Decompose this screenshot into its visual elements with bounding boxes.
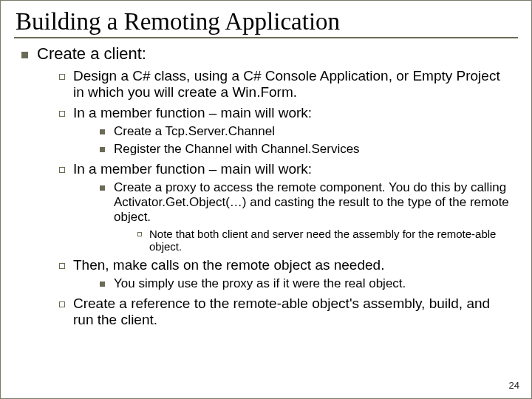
list-level-2: Design a C# class, using a C# Console Ap… bbox=[37, 68, 511, 328]
page-number: 24 bbox=[509, 380, 519, 391]
hollow-square-bullet-icon bbox=[137, 232, 142, 236]
square-bullet-icon bbox=[21, 52, 28, 58]
list-item: Then, make calls on the remote object as… bbox=[59, 257, 511, 291]
list-level-1: Create a client: Design a C# class, usin… bbox=[21, 44, 511, 328]
square-bullet-icon bbox=[100, 282, 105, 287]
list-item: Note that both client and server need th… bbox=[137, 228, 511, 253]
list-item-text: Create a proxy to access the remote comp… bbox=[114, 180, 509, 224]
list-level-3: You simply use the proxy as if it were t… bbox=[73, 276, 511, 291]
square-bullet-icon bbox=[100, 185, 105, 191]
list-item-text: Note that both client and server need th… bbox=[149, 228, 511, 253]
hollow-square-bullet-icon bbox=[59, 111, 65, 117]
slide-title: Building a Remoting Application bbox=[1, 1, 531, 37]
list-level-3: Create a Tcp.Server.Channel Register the… bbox=[73, 124, 511, 157]
list-item-text: Design a C# class, using a C# Console Ap… bbox=[73, 68, 511, 100]
list-item: Create a reference to the remote-able ob… bbox=[59, 296, 511, 328]
list-level-4: Note that both client and server need th… bbox=[114, 228, 511, 253]
list-item: In a member function – main will work: C… bbox=[59, 161, 511, 253]
hollow-square-bullet-icon bbox=[59, 263, 65, 269]
square-bullet-icon bbox=[100, 147, 105, 152]
slide: Building a Remoting Application Create a… bbox=[0, 0, 532, 399]
list-item-text: Create a reference to the remote-able ob… bbox=[73, 296, 511, 328]
list-item-text: Register the Channel with Channel.Servic… bbox=[114, 142, 511, 157]
list-item: Design a C# class, using a C# Console Ap… bbox=[59, 68, 511, 100]
list-item-text: Create a client: bbox=[37, 44, 146, 63]
hollow-square-bullet-icon bbox=[59, 167, 65, 173]
list-item-text: In a member function – main will work: bbox=[73, 161, 312, 177]
slide-body: Create a client: Design a C# class, usin… bbox=[1, 44, 531, 328]
list-item: Create a proxy to access the remote comp… bbox=[100, 180, 511, 253]
list-item: Create a client: Design a C# class, usin… bbox=[21, 44, 511, 328]
hollow-square-bullet-icon bbox=[59, 74, 65, 80]
square-bullet-icon bbox=[100, 129, 105, 134]
hollow-square-bullet-icon bbox=[59, 301, 65, 307]
list-item-text: In a member function – main will work: bbox=[73, 105, 312, 120]
list-item-text: Then, make calls on the remote object as… bbox=[73, 257, 384, 273]
title-underline bbox=[14, 37, 518, 38]
list-item: In a member function – main will work: C… bbox=[59, 105, 511, 157]
list-item-text: Create a Tcp.Server.Channel bbox=[114, 124, 511, 139]
list-level-3: Create a proxy to access the remote comp… bbox=[73, 180, 511, 253]
list-item: Create a Tcp.Server.Channel bbox=[100, 124, 511, 139]
list-item: Register the Channel with Channel.Servic… bbox=[100, 142, 511, 157]
list-item-text: You simply use the proxy as if it were t… bbox=[114, 276, 511, 291]
list-item: You simply use the proxy as if it were t… bbox=[100, 276, 511, 291]
